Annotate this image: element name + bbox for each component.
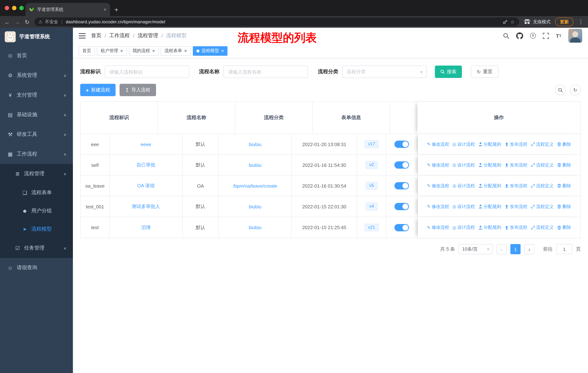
- sidebar-item-payment-management[interactable]: ¥支付管理∨: [0, 85, 73, 105]
- import-process-button[interactable]: 导入流程: [120, 84, 156, 96]
- sidebar-item-user-group[interactable]: ☻用户分组: [0, 202, 73, 220]
- active-toggle[interactable]: [394, 203, 409, 210]
- help-icon[interactable]: ?: [530, 33, 536, 39]
- sidebar-item-process-model[interactable]: ➤流程模型: [0, 220, 73, 238]
- sidebar-item-system-management[interactable]: ⚙系统管理∨: [0, 66, 73, 85]
- browser-menu-icon[interactable]: ⋮: [578, 19, 584, 25]
- process-name-input[interactable]: [223, 66, 308, 78]
- form-link[interactable]: biubiu: [249, 225, 261, 230]
- action-definition-link[interactable]: 流程定义: [531, 183, 554, 189]
- form-link[interactable]: biubiu: [249, 162, 261, 168]
- fullscreen-icon[interactable]: [543, 33, 549, 39]
- tag-process-model[interactable]: 流程模型×: [193, 46, 228, 56]
- search-icon[interactable]: [503, 33, 509, 39]
- action-definition-link[interactable]: 流程定义: [531, 224, 554, 231]
- search-button[interactable]: 搜索: [435, 66, 462, 78]
- breadcrumb-item[interactable]: 首页: [91, 32, 101, 39]
- reload-icon[interactable]: ↻: [25, 19, 29, 25]
- sidebar-item-home[interactable]: ⊙首页: [0, 46, 73, 66]
- tab-close-icon[interactable]: ×: [104, 7, 106, 12]
- process-name-link[interactable]: 滔博: [141, 224, 151, 231]
- sidebar-toggle-icon[interactable]: [79, 33, 86, 39]
- active-toggle[interactable]: [394, 161, 409, 169]
- action-definition-link[interactable]: 流程定义: [531, 203, 554, 210]
- action-assign-link[interactable]: 分配规则: [478, 224, 501, 231]
- action-publish-link[interactable]: 发布流程: [504, 141, 527, 147]
- action-modify-link[interactable]: ✎修改流程: [427, 224, 449, 231]
- action-design-link[interactable]: ◎设计流程: [452, 203, 475, 210]
- action-assign-link[interactable]: 分配规则: [478, 203, 501, 210]
- action-design-link[interactable]: ◎设计流程: [452, 141, 475, 147]
- reset-button[interactable]: 重置: [471, 66, 498, 78]
- action-modify-link[interactable]: ✎修改流程: [427, 162, 449, 168]
- sidebar-item-process-form[interactable]: ❏流程表单: [0, 184, 73, 202]
- avatar[interactable]: [568, 29, 582, 43]
- new-tab-button[interactable]: +: [115, 6, 118, 14]
- window-close-button[interactable]: [5, 6, 9, 10]
- form-link[interactable]: biubiu: [249, 204, 261, 209]
- window-zoom-button[interactable]: [19, 6, 24, 10]
- url-bar[interactable]: ⚠ 不安全 dashboard.yudao.iocoder.cn/bpm/man…: [34, 18, 519, 26]
- tag-close-icon[interactable]: ×: [120, 49, 123, 53]
- action-delete-link[interactable]: 删除: [557, 203, 571, 210]
- active-toggle[interactable]: [394, 224, 409, 231]
- font-size-icon[interactable]: TT: [556, 33, 561, 39]
- sidebar-item-task-management[interactable]: ☑任务管理∨: [0, 238, 73, 258]
- active-toggle[interactable]: [394, 182, 409, 189]
- breadcrumb-item[interactable]: 工作流程: [109, 32, 130, 39]
- process-key-input[interactable]: [105, 66, 189, 78]
- category-select[interactable]: 流程分类: [342, 66, 427, 78]
- action-publish-link[interactable]: 发布流程: [504, 183, 527, 189]
- prev-page-button[interactable]: [496, 244, 507, 254]
- action-definition-link[interactable]: 流程定义: [531, 162, 554, 168]
- sidebar-item-dev-tools[interactable]: ⚒研发工具∨: [0, 125, 73, 144]
- password-key-icon[interactable]: [503, 19, 508, 24]
- create-process-button[interactable]: 新建流程: [80, 84, 116, 96]
- back-icon[interactable]: ←: [4, 19, 10, 25]
- window-minimize-button[interactable]: [12, 6, 16, 10]
- breadcrumb-item[interactable]: 流程管理: [138, 32, 158, 39]
- action-publish-link[interactable]: 发布流程: [504, 224, 527, 231]
- sidebar-item-process-management[interactable]: ≣流程管理∧: [0, 164, 73, 184]
- process-name-link[interactable]: 自己审批: [136, 162, 155, 168]
- action-design-link[interactable]: ◎设计流程: [452, 183, 475, 189]
- toggle-search-button[interactable]: [555, 84, 566, 95]
- tag-process-form[interactable]: 流程表单×: [161, 46, 190, 56]
- process-name-link[interactable]: eeee: [141, 141, 151, 147]
- tag-close-icon[interactable]: ×: [152, 49, 155, 53]
- tag-my-process[interactable]: 我的流程×: [129, 46, 158, 56]
- github-icon[interactable]: [516, 32, 523, 39]
- bookmark-star-icon[interactable]: ☆: [511, 19, 515, 25]
- process-name-link[interactable]: OA 请假: [137, 182, 155, 189]
- tag-close-icon[interactable]: ×: [221, 49, 224, 53]
- action-delete-link[interactable]: 删除: [557, 224, 571, 231]
- action-assign-link[interactable]: 分配规则: [478, 162, 501, 168]
- action-assign-link[interactable]: 分配规则: [478, 141, 501, 147]
- active-toggle[interactable]: [394, 141, 409, 148]
- sidebar-item-infrastructure[interactable]: ▤基础设施∨: [0, 105, 73, 125]
- next-page-button[interactable]: [524, 244, 535, 254]
- action-design-link[interactable]: ◎设计流程: [452, 162, 475, 168]
- form-link[interactable]: /bpm/oa/leave/create: [233, 183, 277, 189]
- tag-tenant-management[interactable]: 租户管理×: [97, 46, 127, 56]
- process-name-link[interactable]: 测试多审批人: [132, 203, 160, 210]
- action-design-link[interactable]: ◎设计流程: [452, 224, 475, 231]
- action-modify-link[interactable]: ✎修改流程: [427, 203, 449, 210]
- action-delete-link[interactable]: 删除: [557, 183, 571, 189]
- page-number-button[interactable]: 1: [510, 244, 521, 254]
- action-delete-link[interactable]: 删除: [557, 162, 571, 168]
- update-button[interactable]: 更新: [555, 18, 573, 26]
- page-size-select[interactable]: 10条/页: [459, 244, 493, 254]
- forward-icon[interactable]: →: [15, 19, 20, 25]
- action-assign-link[interactable]: 分配规则: [478, 183, 501, 189]
- action-definition-link[interactable]: 流程定义: [531, 141, 554, 147]
- sidebar-item-leave-query[interactable]: ☺请假查询: [0, 258, 73, 278]
- action-publish-link[interactable]: 发布流程: [504, 203, 527, 210]
- refresh-button[interactable]: ↻: [570, 84, 581, 95]
- goto-page-input[interactable]: [556, 244, 572, 254]
- browser-tab[interactable]: 芋道管理系统 ×: [26, 3, 110, 16]
- action-modify-link[interactable]: ✎修改流程: [427, 183, 449, 189]
- action-delete-link[interactable]: 删除: [557, 141, 571, 147]
- tag-close-icon[interactable]: ×: [184, 49, 187, 53]
- tag-home[interactable]: 首页: [79, 46, 95, 56]
